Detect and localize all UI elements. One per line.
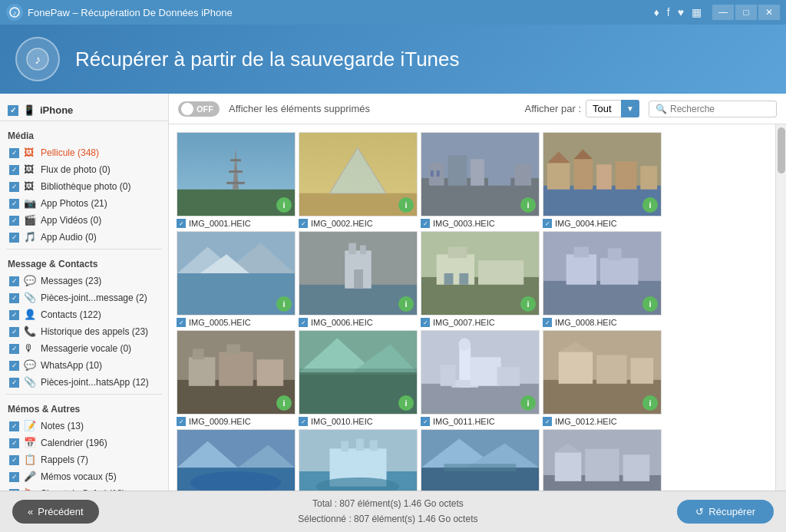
item-checkbox[interactable]: ✓ xyxy=(9,438,19,448)
item-checkbox[interactable]: ✓ xyxy=(9,165,19,175)
photo-item[interactable]: i✓IMG_0006.HEIC xyxy=(299,231,418,327)
sidebar-item[interactable]: ✓📎Pièces-joint...hatsApp (12) xyxy=(0,374,168,391)
item-checkbox[interactable]: ✓ xyxy=(9,310,19,320)
photo-info-button[interactable]: i xyxy=(276,296,292,312)
item-checkbox[interactable]: ✓ xyxy=(9,182,19,192)
photo-item[interactable]: i✓IMG_0005.HEIC xyxy=(177,231,296,327)
photo-thumbnail[interactable]: i xyxy=(299,132,418,216)
item-checkbox[interactable]: ✓ xyxy=(9,293,19,303)
photo-info-button[interactable]: i xyxy=(398,296,414,312)
photo-info-button[interactable]: i xyxy=(520,395,536,411)
sidebar-item[interactable]: ✓📎Pièces-joint...message (2) xyxy=(0,289,168,306)
photo-info-button[interactable]: i xyxy=(642,197,658,213)
photo-checkbox[interactable]: ✓ xyxy=(543,318,552,327)
sidebar-item[interactable]: ✓📅Calendrier (196) xyxy=(0,435,168,451)
photo-thumbnail[interactable]: i xyxy=(421,429,540,491)
photo-checkbox[interactable]: ✓ xyxy=(421,417,430,426)
item-checkbox[interactable]: ✓ xyxy=(9,361,19,371)
item-checkbox[interactable]: ✓ xyxy=(9,148,19,158)
device-checkbox[interactable]: ✓ xyxy=(8,105,18,116)
photo-checkbox[interactable]: ✓ xyxy=(177,318,186,327)
photo-info-button[interactable]: i xyxy=(276,197,292,213)
sidebar-item[interactable]: ✓📷App Photos (21) xyxy=(0,195,168,212)
photo-item[interactable]: i✓IMG_0014.HEIC xyxy=(299,429,418,491)
sidebar-item[interactable]: ✓📞Historique des appels (23) xyxy=(0,323,168,340)
photo-item[interactable]: i✓IMG_0015.HEIC xyxy=(421,429,540,491)
scroll-thumb[interactable] xyxy=(778,127,785,173)
photo-thumbnail[interactable]: i xyxy=(177,231,296,316)
photo-checkbox[interactable]: ✓ xyxy=(299,219,308,228)
photo-info-button[interactable]: i xyxy=(642,296,658,312)
item-checkbox[interactable]: ✓ xyxy=(9,233,19,243)
sidebar-item[interactable]: ✓📋Rappels (7) xyxy=(0,451,168,468)
item-checkbox[interactable]: ✓ xyxy=(9,378,19,388)
photo-item[interactable]: i✓IMG_0003.HEIC xyxy=(421,132,540,228)
photo-info-button[interactable]: i xyxy=(520,296,536,312)
photo-item[interactable]: i✓IMG_0009.HEIC xyxy=(177,330,296,426)
photo-item[interactable]: i✓IMG_0017.HEIC xyxy=(543,429,662,491)
window-controls[interactable]: — □ ✕ xyxy=(712,5,780,20)
photo-item[interactable]: i✓IMG_0001.HEIC xyxy=(177,132,296,228)
sidebar-item[interactable]: ✓📝Notes (13) xyxy=(0,418,168,435)
sidebar-item[interactable]: ✓🖼Flux de photo (0) xyxy=(0,161,168,178)
photo-thumbnail[interactable]: i xyxy=(299,231,418,316)
minimize-button[interactable]: — xyxy=(712,5,734,20)
item-checkbox[interactable]: ✓ xyxy=(9,216,19,226)
photo-item[interactable]: i✓IMG_0012.HEIC xyxy=(543,330,662,426)
filter-select-wrapper[interactable]: Tout HEIC JPG PNG ▼ xyxy=(586,100,639,117)
photo-item[interactable]: i✓IMG_0013.HEIC xyxy=(177,429,296,491)
photo-item[interactable]: i✓IMG_0010.HEIC xyxy=(299,330,418,426)
sidebar-item[interactable]: ✓🖼Bibliothèque photo (0) xyxy=(0,178,168,195)
photo-thumbnail[interactable]: i xyxy=(177,330,296,415)
recover-button[interactable]: ↺ Récupérer xyxy=(677,500,774,524)
photo-thumbnail[interactable]: i xyxy=(421,231,540,316)
photo-checkbox[interactable]: ✓ xyxy=(177,219,186,228)
photo-thumbnail[interactable]: i xyxy=(543,330,662,415)
sidebar-item[interactable]: ✓🎬App Vidéos (0) xyxy=(0,212,168,229)
sidebar-item[interactable]: ✓🖼Pellicule (348) xyxy=(0,144,168,161)
device-row[interactable]: ✓ 📱 iPhone xyxy=(0,100,168,121)
photo-thumbnail[interactable]: i xyxy=(543,429,662,491)
photo-info-button[interactable]: i xyxy=(520,197,536,213)
photo-item[interactable]: i✓IMG_0011.HEIC xyxy=(421,330,540,426)
item-checkbox[interactable]: ✓ xyxy=(9,421,19,431)
scroll-track[interactable] xyxy=(775,124,786,491)
photo-thumbnail[interactable]: i xyxy=(177,132,296,216)
photo-checkbox[interactable]: ✓ xyxy=(299,417,308,426)
photo-checkbox[interactable]: ✓ xyxy=(421,219,430,228)
filter-select[interactable]: Tout HEIC JPG PNG xyxy=(586,100,639,117)
photo-info-button[interactable]: i xyxy=(398,197,414,213)
photo-thumbnail[interactable]: i xyxy=(299,330,418,415)
sidebar-item[interactable]: ✓💬Messages (23) xyxy=(0,273,168,289)
photo-thumbnail[interactable]: i xyxy=(543,231,662,316)
item-checkbox[interactable]: ✓ xyxy=(9,455,19,465)
item-checkbox[interactable]: ✓ xyxy=(9,276,19,286)
item-checkbox[interactable]: ✓ xyxy=(9,472,19,482)
photo-checkbox[interactable]: ✓ xyxy=(543,417,552,426)
photo-checkbox[interactable]: ✓ xyxy=(543,219,552,228)
photo-checkbox[interactable]: ✓ xyxy=(421,318,430,327)
item-checkbox[interactable]: ✓ xyxy=(9,327,19,337)
sidebar-item[interactable]: ✓🔖Signet du Safari (18) xyxy=(0,485,168,491)
photo-info-button[interactable]: i xyxy=(398,395,414,411)
toggle-deleted[interactable]: OFF xyxy=(178,101,220,117)
photo-item[interactable]: i✓IMG_0004.HEIC xyxy=(543,132,662,228)
sidebar-item[interactable]: ✓🎤Mémos vocaux (5) xyxy=(0,468,168,485)
maximize-button[interactable]: □ xyxy=(735,5,757,20)
photo-info-button[interactable]: i xyxy=(642,395,658,411)
item-checkbox[interactable]: ✓ xyxy=(9,489,19,491)
sidebar-item[interactable]: ✓👤Contacts (122) xyxy=(0,306,168,323)
sidebar-item[interactable]: ✓🎵App Audio (0) xyxy=(0,229,168,246)
search-box[interactable]: 🔍 xyxy=(649,101,777,117)
close-button[interactable]: ✕ xyxy=(758,5,780,20)
photo-info-button[interactable]: i xyxy=(276,395,292,411)
search-input[interactable] xyxy=(670,104,770,114)
photo-thumbnail[interactable]: i xyxy=(177,429,296,491)
photo-thumbnail[interactable]: i xyxy=(421,132,540,216)
photo-checkbox[interactable]: ✓ xyxy=(299,318,308,327)
photo-thumbnail[interactable]: i xyxy=(543,132,662,216)
sidebar-item[interactable]: ✓💬WhatsApp (10) xyxy=(0,357,168,374)
photo-checkbox[interactable]: ✓ xyxy=(177,417,186,426)
photo-item[interactable]: i✓IMG_0002.HEIC xyxy=(299,132,418,228)
back-button[interactable]: « Précédent xyxy=(12,500,99,524)
